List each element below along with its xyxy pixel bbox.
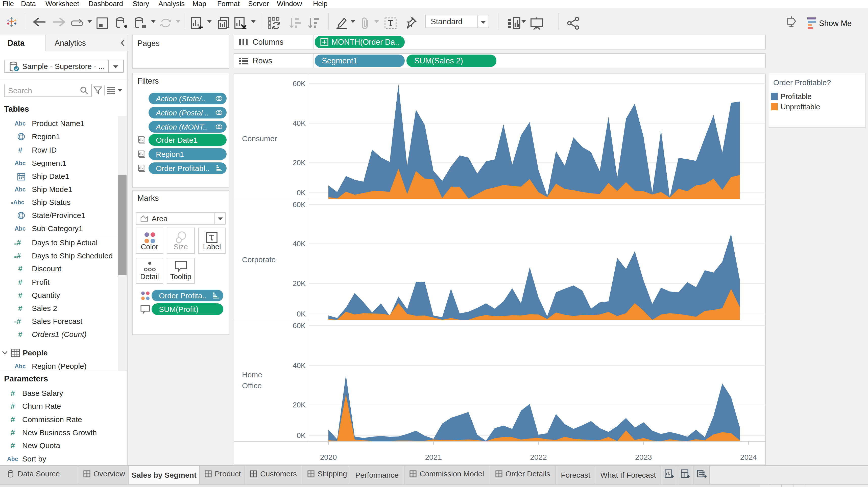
svg-text:20K: 20K (292, 159, 306, 167)
svg-text:20K: 20K (292, 279, 306, 287)
svg-text:40K: 40K (292, 119, 306, 127)
svg-text:20K: 20K (292, 401, 306, 409)
svg-text:40K: 40K (292, 240, 306, 248)
svg-text:60K: 60K (292, 322, 306, 330)
svg-text:0K: 0K (297, 431, 306, 439)
svg-text:60K: 60K (292, 80, 306, 88)
svg-text:0K: 0K (297, 310, 306, 318)
svg-text:2024: 2024 (740, 453, 757, 461)
svg-text:2023: 2023 (635, 453, 652, 461)
svg-text:0K: 0K (297, 189, 306, 197)
svg-text:2020: 2020 (320, 453, 337, 461)
svg-text:40K: 40K (292, 362, 306, 369)
svg-text:2022: 2022 (530, 453, 547, 461)
svg-text:2021: 2021 (425, 453, 442, 461)
svg-text:60K: 60K (292, 201, 306, 209)
